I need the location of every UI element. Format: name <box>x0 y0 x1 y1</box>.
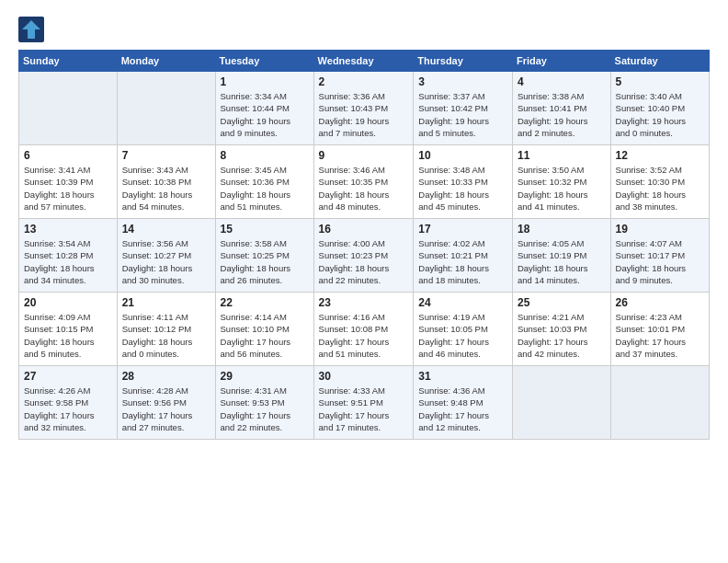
day-info: Sunrise: 4:14 AM Sunset: 10:10 PM Daylig… <box>221 311 309 360</box>
calendar-cell: 13Sunrise: 3:54 AM Sunset: 10:28 PM Dayl… <box>19 219 118 293</box>
day-number: 28 <box>122 370 210 383</box>
calendar-cell: 21Sunrise: 4:11 AM Sunset: 10:12 PM Dayl… <box>117 293 215 366</box>
day-info: Sunrise: 4:36 AM Sunset: 9:48 PM Dayligh… <box>418 385 507 433</box>
calendar-cell: 26Sunrise: 4:23 AM Sunset: 10:01 PM Dayl… <box>610 293 709 366</box>
day-info: Sunrise: 3:37 AM Sunset: 10:42 PM Daylig… <box>418 90 507 139</box>
calendar-cell: 17Sunrise: 4:02 AM Sunset: 10:21 PM Dayl… <box>414 219 513 293</box>
day-number: 2 <box>319 75 409 88</box>
day-info: Sunrise: 3:50 AM Sunset: 10:32 PM Daylig… <box>518 164 606 213</box>
day-number: 10 <box>418 149 507 162</box>
day-info: Sunrise: 4:09 AM Sunset: 10:15 PM Daylig… <box>24 311 112 360</box>
day-info: Sunrise: 4:16 AM Sunset: 10:08 PM Daylig… <box>319 311 409 360</box>
day-number: 16 <box>319 223 409 236</box>
day-number: 6 <box>24 149 112 162</box>
calendar-cell <box>610 366 709 440</box>
day-number: 5 <box>616 75 704 88</box>
day-number: 30 <box>319 370 409 383</box>
calendar-cell: 16Sunrise: 4:00 AM Sunset: 10:23 PM Dayl… <box>313 219 414 293</box>
day-info: Sunrise: 4:05 AM Sunset: 10:19 PM Daylig… <box>518 237 606 286</box>
column-header-monday: Monday <box>117 51 215 72</box>
calendar-week-row: 1Sunrise: 3:34 AM Sunset: 10:44 PM Dayli… <box>19 72 710 145</box>
day-info: Sunrise: 3:46 AM Sunset: 10:35 PM Daylig… <box>319 164 409 213</box>
day-number: 7 <box>122 149 210 162</box>
day-info: Sunrise: 4:02 AM Sunset: 10:21 PM Daylig… <box>418 237 507 286</box>
day-info: Sunrise: 3:38 AM Sunset: 10:41 PM Daylig… <box>518 90 606 139</box>
calendar-cell: 29Sunrise: 4:31 AM Sunset: 9:53 PM Dayli… <box>215 366 313 440</box>
day-info: Sunrise: 4:21 AM Sunset: 10:03 PM Daylig… <box>518 311 606 360</box>
calendar-cell: 7Sunrise: 3:43 AM Sunset: 10:38 PM Dayli… <box>117 145 215 219</box>
day-number: 4 <box>518 75 606 88</box>
calendar-cell: 12Sunrise: 3:52 AM Sunset: 10:30 PM Dayl… <box>610 145 709 219</box>
calendar-week-row: 27Sunrise: 4:26 AM Sunset: 9:58 PM Dayli… <box>19 366 710 440</box>
day-info: Sunrise: 3:54 AM Sunset: 10:28 PM Daylig… <box>24 237 112 286</box>
day-number: 27 <box>24 370 112 383</box>
calendar-cell: 5Sunrise: 3:40 AM Sunset: 10:40 PM Dayli… <box>610 72 709 145</box>
day-info: Sunrise: 4:23 AM Sunset: 10:01 PM Daylig… <box>616 311 704 360</box>
day-number: 23 <box>319 296 409 309</box>
day-number: 29 <box>221 370 309 383</box>
header <box>18 17 710 42</box>
day-info: Sunrise: 4:00 AM Sunset: 10:23 PM Daylig… <box>319 237 409 286</box>
day-number: 13 <box>24 223 112 236</box>
day-info: Sunrise: 4:31 AM Sunset: 9:53 PM Dayligh… <box>221 385 309 433</box>
calendar-week-row: 20Sunrise: 4:09 AM Sunset: 10:15 PM Dayl… <box>19 293 710 366</box>
day-number: 19 <box>616 223 704 236</box>
day-info: Sunrise: 3:52 AM Sunset: 10:30 PM Daylig… <box>616 164 704 213</box>
calendar-cell: 18Sunrise: 4:05 AM Sunset: 10:19 PM Dayl… <box>512 219 610 293</box>
calendar-cell: 30Sunrise: 4:33 AM Sunset: 9:51 PM Dayli… <box>313 366 414 440</box>
day-number: 22 <box>221 296 309 309</box>
column-header-saturday: Saturday <box>610 51 709 72</box>
calendar-cell: 4Sunrise: 3:38 AM Sunset: 10:41 PM Dayli… <box>512 72 610 145</box>
calendar-cell <box>117 72 215 145</box>
day-number: 3 <box>418 75 507 88</box>
day-number: 25 <box>518 296 606 309</box>
day-number: 12 <box>616 149 704 162</box>
logo-icon <box>18 17 44 42</box>
calendar-cell <box>512 366 610 440</box>
calendar-week-row: 13Sunrise: 3:54 AM Sunset: 10:28 PM Dayl… <box>19 219 710 293</box>
page: SundayMondayTuesdayWednesdayThursdayFrid… <box>0 0 728 563</box>
day-number: 18 <box>518 223 606 236</box>
calendar-cell: 14Sunrise: 3:56 AM Sunset: 10:27 PM Dayl… <box>117 219 215 293</box>
day-number: 11 <box>518 149 606 162</box>
column-header-sunday: Sunday <box>19 51 118 72</box>
day-number: 24 <box>418 296 507 309</box>
calendar-cell: 22Sunrise: 4:14 AM Sunset: 10:10 PM Dayl… <box>215 293 313 366</box>
calendar-cell: 9Sunrise: 3:46 AM Sunset: 10:35 PM Dayli… <box>313 145 414 219</box>
day-info: Sunrise: 4:26 AM Sunset: 9:58 PM Dayligh… <box>24 385 112 433</box>
column-header-wednesday: Wednesday <box>313 51 414 72</box>
day-number: 8 <box>221 149 309 162</box>
day-info: Sunrise: 3:34 AM Sunset: 10:44 PM Daylig… <box>221 90 309 139</box>
column-header-friday: Friday <box>512 51 610 72</box>
calendar-cell: 1Sunrise: 3:34 AM Sunset: 10:44 PM Dayli… <box>215 72 313 145</box>
day-info: Sunrise: 3:58 AM Sunset: 10:25 PM Daylig… <box>221 237 309 286</box>
day-number: 20 <box>24 296 112 309</box>
day-info: Sunrise: 3:56 AM Sunset: 10:27 PM Daylig… <box>122 237 210 286</box>
column-header-thursday: Thursday <box>414 51 513 72</box>
day-number: 31 <box>418 370 507 383</box>
calendar-cell: 15Sunrise: 3:58 AM Sunset: 10:25 PM Dayl… <box>215 219 313 293</box>
calendar-cell: 31Sunrise: 4:36 AM Sunset: 9:48 PM Dayli… <box>414 366 513 440</box>
column-header-tuesday: Tuesday <box>215 51 313 72</box>
calendar-week-row: 6Sunrise: 3:41 AM Sunset: 10:39 PM Dayli… <box>19 145 710 219</box>
calendar-cell: 24Sunrise: 4:19 AM Sunset: 10:05 PM Dayl… <box>414 293 513 366</box>
day-info: Sunrise: 4:11 AM Sunset: 10:12 PM Daylig… <box>122 311 210 360</box>
day-info: Sunrise: 3:36 AM Sunset: 10:43 PM Daylig… <box>319 90 409 139</box>
calendar-table: SundayMondayTuesdayWednesdayThursdayFrid… <box>18 50 710 440</box>
logo <box>18 17 48 42</box>
calendar-cell: 8Sunrise: 3:45 AM Sunset: 10:36 PM Dayli… <box>215 145 313 219</box>
day-info: Sunrise: 3:41 AM Sunset: 10:39 PM Daylig… <box>24 164 112 213</box>
calendar-cell: 25Sunrise: 4:21 AM Sunset: 10:03 PM Dayl… <box>512 293 610 366</box>
day-info: Sunrise: 3:40 AM Sunset: 10:40 PM Daylig… <box>616 90 704 139</box>
day-info: Sunrise: 4:28 AM Sunset: 9:56 PM Dayligh… <box>122 385 210 433</box>
day-number: 17 <box>418 223 507 236</box>
day-number: 21 <box>122 296 210 309</box>
day-info: Sunrise: 4:19 AM Sunset: 10:05 PM Daylig… <box>418 311 507 360</box>
day-info: Sunrise: 3:48 AM Sunset: 10:33 PM Daylig… <box>418 164 507 213</box>
day-number: 1 <box>221 75 309 88</box>
calendar-cell: 10Sunrise: 3:48 AM Sunset: 10:33 PM Dayl… <box>414 145 513 219</box>
calendar-cell: 20Sunrise: 4:09 AM Sunset: 10:15 PM Dayl… <box>19 293 118 366</box>
day-info: Sunrise: 4:33 AM Sunset: 9:51 PM Dayligh… <box>319 385 409 433</box>
calendar-cell: 3Sunrise: 3:37 AM Sunset: 10:42 PM Dayli… <box>414 72 513 145</box>
calendar-cell: 28Sunrise: 4:28 AM Sunset: 9:56 PM Dayli… <box>117 366 215 440</box>
